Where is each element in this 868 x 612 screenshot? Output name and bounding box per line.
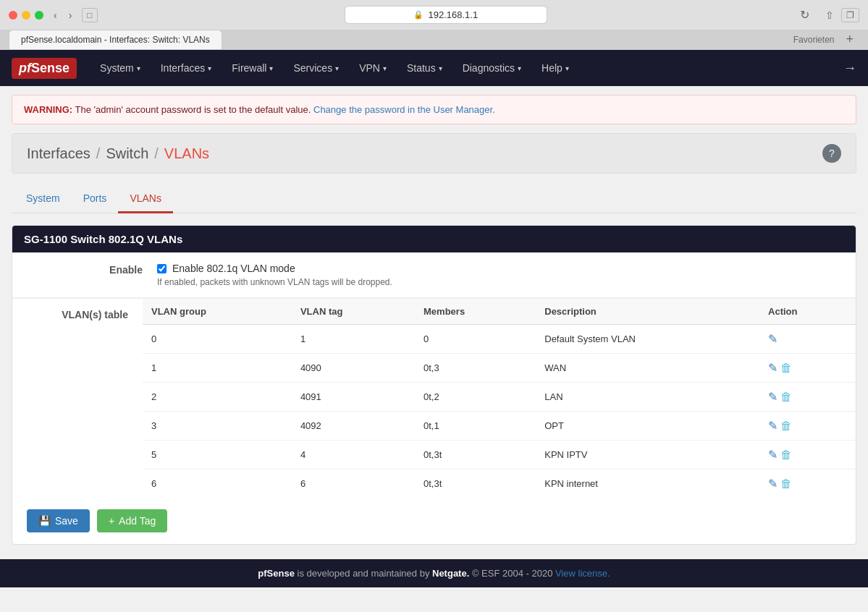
nav-system-label: System: [100, 62, 134, 74]
cell-action: ✎🗑: [759, 354, 856, 383]
cell-action: ✎🗑: [759, 441, 856, 469]
share-button[interactable]: ⇧: [821, 8, 838, 22]
forward-button[interactable]: ›: [64, 8, 77, 22]
save-button[interactable]: 💾 Save: [27, 509, 90, 532]
table-row: 240910t,2LAN✎🗑: [143, 383, 856, 412]
action-buttons: ✎🗑: [768, 390, 847, 404]
delete-button[interactable]: 🗑: [780, 362, 792, 375]
brand-sense: Sense: [31, 61, 69, 76]
nav-system[interactable]: System ▾: [91, 56, 149, 80]
back-button[interactable]: ‹: [49, 8, 62, 22]
help-button[interactable]: ?: [822, 144, 841, 163]
browser-tabs-bar: pfSense.localdomain - Interfaces: Switch…: [0, 30, 868, 49]
add-tag-button[interactable]: + Add Tag: [97, 509, 167, 532]
cell-action: ✎🗑: [759, 383, 856, 412]
lock-icon: 🔒: [413, 10, 424, 20]
table-row: 660t,3tKPN internet✎🗑: [143, 469, 856, 498]
save-label: Save: [55, 515, 78, 527]
edit-button[interactable]: ✎: [768, 361, 778, 375]
cell-vlan-tag: 6: [292, 469, 415, 498]
warning-link[interactable]: Change the password in the User Manager.: [313, 104, 495, 115]
cell-vlan-group: 5: [143, 441, 292, 469]
table-row: 340920t,1OPT✎🗑: [143, 412, 856, 441]
delete-button[interactable]: 🗑: [780, 449, 792, 462]
nav-status[interactable]: Status ▾: [398, 56, 451, 80]
resize-button[interactable]: ❐: [841, 8, 859, 22]
footer-end: © ESF 2004 - 2020: [472, 568, 555, 579]
vlan-table: VLAN group VLAN tag Members Description …: [143, 299, 856, 498]
warning-message: The 'admin' account password is set to t…: [75, 104, 311, 115]
nav-interfaces[interactable]: Interfaces ▾: [152, 56, 220, 80]
action-buttons: ✎: [768, 332, 847, 346]
edit-button[interactable]: ✎: [768, 477, 778, 490]
address-bar[interactable]: 🔒 192.168.1.1: [345, 6, 547, 24]
cell-description: Default System VLAN: [536, 325, 759, 354]
tab-vlans[interactable]: VLANs: [118, 185, 173, 213]
tab-list: System Ports VLANs: [12, 185, 856, 213]
breadcrumb-switch[interactable]: Switch: [106, 145, 148, 162]
edit-button[interactable]: ✎: [768, 390, 778, 404]
table-side-label: VLAN(s) table: [12, 299, 143, 498]
cell-members: 0: [415, 325, 536, 354]
address-bar-container: 🔒 192.168.1.1: [104, 6, 788, 24]
window-mode-button[interactable]: □: [82, 8, 97, 22]
cell-description: WAN: [536, 354, 759, 383]
edit-button[interactable]: ✎: [768, 419, 778, 433]
navbar-menu: System ▾ Interfaces ▾ Firewall ▾ Service…: [91, 56, 843, 80]
cell-description: LAN: [536, 383, 759, 412]
col-description: Description: [536, 299, 759, 325]
page-footer: pfSense is developed and maintained by N…: [0, 559, 868, 587]
add-tag-label: Add Tag: [119, 515, 156, 527]
delete-button[interactable]: 🗑: [780, 420, 792, 433]
new-tab-button[interactable]: +: [840, 30, 859, 48]
cell-members: 0t,3t: [415, 441, 536, 469]
cell-vlan-group: 6: [143, 469, 292, 498]
delete-button[interactable]: 🗑: [780, 391, 792, 404]
chevron-down-icon: ▾: [565, 64, 569, 72]
enable-checkbox-row: Enable 802.1q VLAN mode: [157, 263, 841, 274]
cell-description: OPT: [536, 412, 759, 441]
chevron-down-icon: ▾: [518, 64, 521, 72]
edit-button[interactable]: ✎: [768, 332, 778, 346]
nav-services[interactable]: Services ▾: [285, 56, 347, 80]
cell-vlan-tag: 4: [292, 441, 415, 469]
enable-vlan-checkbox[interactable]: [157, 264, 167, 273]
breadcrumb-sep-1: /: [96, 145, 101, 162]
action-buttons: ✎🗑: [768, 419, 847, 433]
breadcrumb-interfaces[interactable]: Interfaces: [27, 145, 90, 162]
window-controls: [9, 11, 43, 20]
tab-system[interactable]: System: [14, 185, 72, 213]
nav-diagnostics[interactable]: Diagnostics ▾: [454, 56, 530, 80]
navbar-brand[interactable]: pfSense: [12, 58, 77, 79]
edit-button[interactable]: ✎: [768, 448, 778, 462]
nav-diagnostics-label: Diagnostics: [463, 62, 515, 74]
refresh-button[interactable]: ↻: [794, 7, 815, 23]
buttons-row: 💾 Save + Add Tag: [12, 498, 856, 544]
cell-members: 0t,1: [415, 412, 536, 441]
cell-vlan-tag: 4090: [292, 354, 415, 383]
card-header: SG-1100 Switch 802.1Q VLANs: [12, 226, 856, 252]
footer-brand: pfSense: [258, 568, 295, 579]
nav-help[interactable]: Help ▾: [533, 56, 578, 80]
vlan-table-section: VLAN(s) table VLAN group VLAN tag Member…: [12, 298, 856, 498]
logout-icon[interactable]: →: [843, 61, 856, 76]
tab-ports[interactable]: Ports: [72, 185, 119, 213]
nav-firewall[interactable]: Firewall ▾: [223, 56, 282, 80]
chevron-down-icon: ▾: [439, 64, 442, 72]
footer-license-link[interactable]: View license.: [555, 568, 610, 579]
browser-actions: ⇧ ❐: [821, 8, 859, 22]
cell-vlan-tag: 1: [292, 325, 415, 354]
nav-vpn[interactable]: VPN ▾: [350, 56, 395, 80]
enable-checkbox-label: Enable 802.1q VLAN mode: [172, 263, 295, 274]
cell-description: KPN internet: [536, 469, 759, 498]
cell-vlan-group: 3: [143, 412, 292, 441]
breadcrumb: Interfaces / Switch / VLANs: [27, 145, 209, 162]
cell-vlan-group: 0: [143, 325, 292, 354]
browser-tab-active[interactable]: pfSense.localdomain - Interfaces: Switch…: [9, 30, 222, 49]
delete-button[interactable]: 🗑: [780, 477, 792, 490]
save-icon: 💾: [38, 515, 51, 527]
maximize-dot: [35, 11, 43, 20]
table-row: 010Default System VLAN✎: [143, 325, 856, 354]
chevron-down-icon: ▾: [137, 64, 140, 72]
nav-firewall-label: Firewall: [232, 62, 266, 74]
